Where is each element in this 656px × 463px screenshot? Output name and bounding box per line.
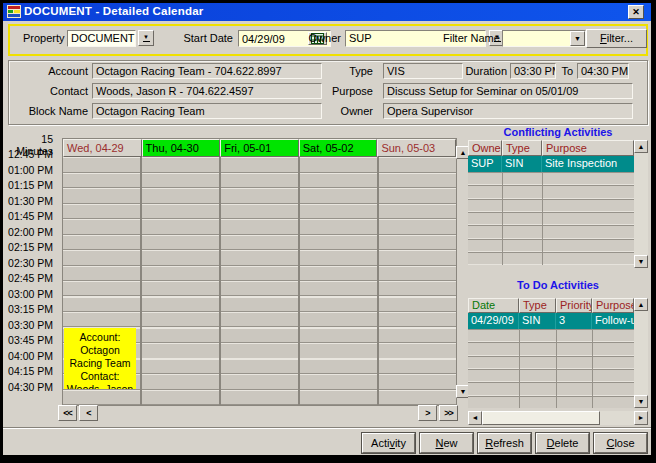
time-label: 02:00 PM — [3, 225, 53, 241]
conflicting-empty-rows[interactable] — [468, 172, 634, 265]
lov-arrow-icon: ▼ — [143, 34, 149, 40]
activity-button[interactable]: Activity — [362, 433, 415, 453]
time-label: 12:45 PM — [3, 147, 53, 163]
new-button[interactable]: New — [420, 433, 473, 453]
title-bar[interactable]: DOCUMENT - Detailed Calendar ✕ — [3, 3, 651, 21]
day-column-fri[interactable] — [219, 157, 298, 405]
time-label: 03:45 PM — [3, 333, 53, 349]
day-header-sat: Sat, 05-02 — [299, 139, 378, 157]
time-label: 01:15 PM — [3, 178, 53, 194]
day-column-sat[interactable] — [298, 157, 377, 405]
table-row[interactable]: SUP SIN Site Inspection — [468, 156, 648, 172]
time-label: 03:00 PM — [3, 287, 53, 303]
time-axis: 12:45 PM01:00 PM01:15 PM01:30 PM01:45 PM… — [3, 147, 53, 395]
contact-field[interactable]: Woods, Jason R - 704.622.4597 — [92, 83, 322, 99]
property-lov-button[interactable]: ▼ — [138, 30, 154, 46]
cell-purpose: Follow-up — [592, 313, 634, 329]
column-header-purpose: Purpose — [542, 140, 634, 156]
day-header-sun: Sun, 05-03 — [377, 139, 456, 157]
app-icon — [7, 5, 21, 18]
scroll-down-icon[interactable]: ▼ — [634, 255, 648, 268]
time-label: 02:30 PM — [3, 256, 53, 272]
duration-label: Duration — [443, 65, 507, 77]
cell-type: SIN — [519, 313, 556, 329]
scroll-left-icon[interactable]: ◄ — [468, 411, 482, 425]
column-divider — [502, 172, 503, 265]
conflicting-table-header: Owner Type Purpose — [468, 140, 648, 156]
time-label: 04:15 PM — [3, 364, 53, 380]
cell-purpose: Site Inspection — [542, 156, 634, 172]
account-label: Account — [33, 65, 88, 77]
block-name-label: Block Name — [18, 105, 88, 117]
time-label: 03:15 PM — [3, 302, 53, 318]
column-divider — [592, 329, 593, 408]
todo-vertical-scrollbar[interactable]: ▲ ▼ — [634, 298, 648, 408]
delete-button[interactable]: Delete — [536, 433, 589, 453]
time-label: 02:45 PM — [3, 271, 53, 287]
conflicting-activities-table: Owner Type Purpose SUP SIN Site Inspecti… — [468, 140, 648, 268]
day-header-fri: Fri, 05-01 — [220, 139, 299, 157]
close-icon[interactable]: ✕ — [628, 5, 644, 19]
table-row[interactable]: 04/29/09 SIN 3 Follow-up — [468, 313, 648, 329]
time-label: 04:30 PM — [3, 380, 53, 396]
column-header-priority: Priority — [556, 298, 592, 313]
duration-field[interactable]: 03:30 PM — [510, 63, 556, 79]
to-field[interactable]: 04:30 PM — [577, 63, 629, 79]
todo-horizontal-scrollbar[interactable]: ◄ ► — [468, 411, 648, 425]
scroll-right-icon[interactable]: ► — [634, 411, 648, 425]
filter-name-value — [503, 31, 570, 46]
property-field[interactable]: DOCUMENT — [67, 30, 136, 47]
purpose-field[interactable]: Discuss Setup for Seminar on 05/01/09 — [383, 83, 633, 99]
time-label: 02:15 PM — [3, 240, 53, 256]
property-label: Property — [23, 32, 63, 44]
refresh-button[interactable]: Refresh — [478, 433, 531, 453]
column-header-purpose: Purpose — [592, 298, 634, 313]
window-title: DOCUMENT - Detailed Calendar — [24, 5, 203, 17]
owner-label: Owner — [323, 105, 373, 117]
time-label: 01:00 PM — [3, 163, 53, 179]
column-header-owner: Owner — [468, 140, 502, 156]
todo-activities-title: To Do Activities — [468, 279, 648, 291]
conflicting-activities-title: Conflicting Activities — [468, 126, 648, 138]
detailed-calendar-window: DOCUMENT - Detailed Calendar ✕ Property … — [3, 3, 651, 455]
time-label: 01:45 PM — [3, 209, 53, 225]
scroll-down-icon[interactable]: ▼ — [634, 395, 648, 408]
account-field[interactable]: Octagon Racing Team - 704.622.8997 — [92, 63, 322, 79]
scroll-up-icon[interactable]: ▲ — [634, 298, 648, 311]
filter-name-combobox[interactable]: ▼ — [502, 30, 586, 47]
owner-field[interactable]: Opera Supervisor — [383, 103, 633, 119]
column-header-type: Type — [519, 298, 556, 313]
day-column-thu[interactable] — [140, 157, 219, 405]
filter-name-label: Filter Name — [443, 32, 497, 44]
start-date-label: Start Date — [175, 32, 233, 44]
nav-last-button[interactable]: >> — [439, 405, 458, 421]
lov-bar-icon — [143, 41, 150, 42]
calendar-grid-header: Wed, 04-29 Thu, 04-30 Fri, 05-01 Sat, 05… — [63, 139, 456, 157]
time-label: 03:30 PM — [3, 318, 53, 334]
column-divider — [542, 172, 543, 265]
scrollbar-thumb[interactable] — [482, 411, 600, 425]
conflicting-vertical-scrollbar[interactable]: ▲ ▼ — [634, 140, 648, 268]
day-header-thu: Thu, 04-30 — [142, 139, 221, 157]
block-name-field[interactable]: Octagon Racing Team — [92, 103, 322, 119]
day-column-sun[interactable] — [377, 157, 456, 405]
day-header-wed: Wed, 04-29 — [63, 139, 142, 157]
todo-table-header: Date Type Priority Purpose — [468, 298, 648, 313]
nav-next-button[interactable]: > — [418, 405, 437, 421]
nav-prev-button[interactable]: < — [79, 405, 98, 421]
owner-filter-label: Owner — [298, 32, 341, 44]
column-header-date: Date — [468, 298, 519, 313]
todo-empty-rows[interactable] — [468, 329, 634, 408]
scroll-up-icon[interactable]: ▲ — [634, 140, 648, 153]
bottom-divider — [3, 427, 651, 429]
to-label: To — [556, 65, 573, 77]
chevron-down-icon[interactable]: ▼ — [570, 31, 585, 46]
contact-label: Contact — [33, 85, 88, 97]
time-label: 01:30 PM — [3, 194, 53, 210]
nav-first-button[interactable]: << — [58, 405, 77, 421]
filter-button[interactable]: Filter... — [586, 29, 647, 48]
close-button[interactable]: Close — [594, 433, 647, 453]
time-label: 04:00 PM — [3, 349, 53, 365]
column-divider — [519, 329, 520, 408]
activity-event-note[interactable]: Account: Octagon Racing Team Contact: Wo… — [64, 328, 136, 389]
